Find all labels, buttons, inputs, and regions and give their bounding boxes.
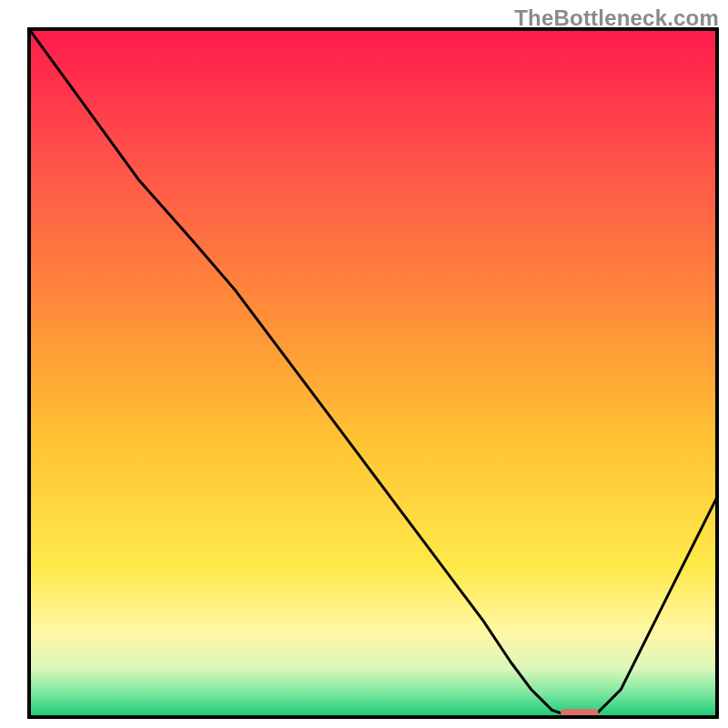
chart-frame: TheBottleneck.com xyxy=(0,0,728,728)
bottleneck-chart xyxy=(0,0,728,728)
plot-background xyxy=(29,29,717,717)
